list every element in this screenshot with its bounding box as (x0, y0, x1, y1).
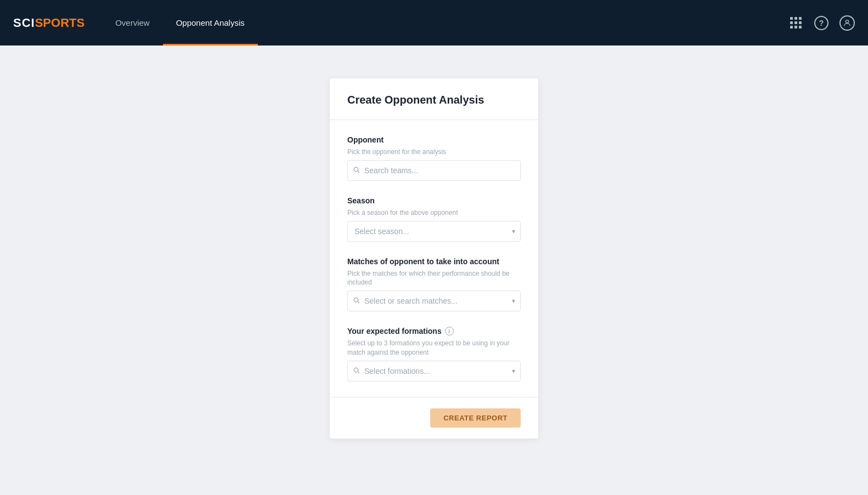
opponent-input-wrapper (347, 160, 521, 181)
nav-item-overview[interactable]: Overview (102, 0, 163, 45)
user-icon[interactable] (839, 15, 855, 31)
navbar: SCISPORTS Overview Opponent Analysis ? (0, 0, 868, 45)
svg-point-0 (846, 20, 848, 22)
nav-links: Overview Opponent Analysis (102, 0, 258, 45)
apps-icon[interactable] (788, 15, 803, 31)
form-card-body: Opponent Pick the opponent for the analy… (330, 120, 538, 397)
matches-select-wrapper: Select or search matches... ▾ (347, 291, 521, 311)
formations-label: Your expected formations (347, 327, 442, 335)
nav-item-opponent-analysis[interactable]: Opponent Analysis (163, 0, 258, 45)
help-icon[interactable]: ? (814, 16, 828, 30)
season-select-wrapper: Select season... ▾ (347, 221, 521, 242)
form-card: Create Opponent Analysis Opponent Pick t… (330, 78, 538, 439)
matches-description: Pick the matches for which their perform… (347, 269, 521, 288)
opponent-search-input[interactable] (347, 160, 521, 181)
formations-description: Select up to 3 formations you expect to … (347, 339, 521, 357)
season-select[interactable]: Select season... (347, 221, 521, 242)
formations-field-group: Your expected formations i Select up to … (347, 327, 521, 382)
main-content: Create Opponent Analysis Opponent Pick t… (0, 45, 868, 495)
logo: SCISPORTS (13, 16, 84, 30)
opponent-field-group: Opponent Pick the opponent for the analy… (347, 135, 521, 181)
form-title: Create Opponent Analysis (347, 94, 521, 106)
matches-select[interactable]: Select or search matches... (347, 291, 521, 311)
matches-field-group: Matches of opponent to take into account… (347, 257, 521, 312)
season-description: Pick a season for the above opponent (347, 208, 521, 218)
opponent-label: Opponent (347, 135, 521, 144)
create-report-button[interactable]: CREATE REPORT (430, 408, 521, 428)
opponent-description: Pick the opponent for the analysis (347, 147, 521, 157)
logo-sports: SPORTS (35, 16, 84, 30)
info-icon[interactable]: i (445, 327, 454, 335)
matches-label: Matches of opponent to take into account (347, 257, 521, 266)
season-label: Season (347, 196, 521, 205)
navbar-right: ? (788, 15, 855, 31)
form-card-footer: CREATE REPORT (330, 397, 538, 439)
form-card-header: Create Opponent Analysis (330, 78, 538, 120)
formations-select[interactable]: Select formations... (347, 361, 521, 382)
logo-sci: SCI (13, 16, 35, 30)
formations-label-row: Your expected formations i (347, 327, 521, 335)
season-field-group: Season Pick a season for the above oppon… (347, 196, 521, 242)
grid-dots-icon (790, 17, 802, 29)
formations-select-wrapper: Select formations... ▾ (347, 361, 521, 382)
